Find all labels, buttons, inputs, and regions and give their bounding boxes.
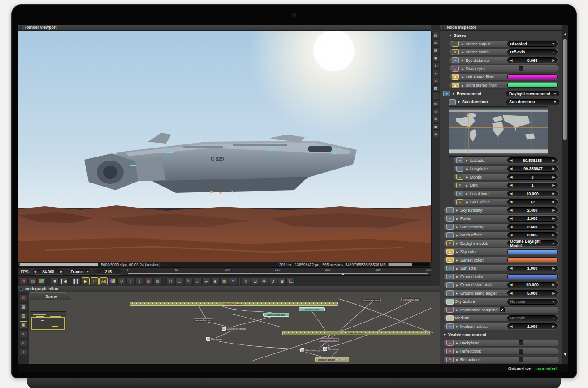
object-mode-icon[interactable]: ⊡: [251, 277, 259, 285]
lock-resolution-icon[interactable]: ⊓: [242, 277, 250, 285]
timeline-track[interactable]: [128, 273, 428, 274]
render-region-icon[interactable]: ▭: [175, 277, 183, 285]
node-untitled-mesh[interactable]: Untitled mesh: [130, 302, 338, 306]
panel-toggle-icon[interactable]: [20, 288, 23, 291]
render-passes-icon[interactable]: ▦: [220, 277, 228, 285]
render-priority-icon[interactable]: ▣: [144, 277, 152, 285]
backplate-checkbox[interactable]: [519, 340, 523, 345]
move-tool-icon[interactable]: ✚: [260, 277, 268, 285]
node-geometry-group[interactable]: Geometry group: [222, 327, 246, 331]
material-ball2-icon[interactable]: ◐: [20, 339, 27, 346]
sun-icon[interactable]: ☀: [432, 131, 439, 137]
node-assembly-abc[interactable]: assembly.abc: [194, 318, 213, 322]
fps-stepper[interactable]: ◀ 24.000 ▶: [32, 269, 65, 275]
ground-start-angle-slider[interactable]: ◀90.000▶: [507, 282, 558, 288]
nodegraph-minimap[interactable]: [30, 311, 66, 331]
left-stereo-filter-swatch[interactable]: [507, 74, 558, 79]
clock-icon[interactable]: ◔: [432, 93, 439, 99]
longitude-slider[interactable]: ◀-99.350647▶: [507, 166, 558, 172]
post-processing-icon[interactable]: ▼: [229, 277, 237, 285]
day-slider[interactable]: ◀1▶: [507, 183, 558, 188]
object-select-icon[interactable]: ◆: [211, 277, 219, 285]
clay-mode-icon[interactable]: ▩: [153, 277, 161, 285]
sun-intensity-slider[interactable]: ◀2.680▶: [507, 224, 558, 230]
scrollbar-thumb[interactable]: [563, 39, 567, 140]
ground-blend-angle-slider[interactable]: ◀5.000▶: [507, 290, 558, 296]
scroll-down-icon[interactable]: ▼: [562, 351, 568, 357]
environment-dropdown[interactable]: Daylight environment▼: [506, 91, 559, 96]
backdrop-icon[interactable]: ▣: [432, 123, 439, 130]
power-slider[interactable]: ◀1.000▶: [507, 216, 558, 222]
rotate-tool-icon[interactable]: ↺: [269, 277, 277, 285]
node-transform-abc[interactable]: transform.abc: [361, 299, 381, 302]
copy-render-icon[interactable]: ▱: [193, 277, 201, 285]
north-offset-slider[interactable]: ◀0.085▶: [507, 232, 558, 238]
node-terrain-abc[interactable]: terrain.abc: [299, 307, 325, 311]
sky-color-swatch[interactable]: [507, 249, 558, 254]
preview-cube-icon[interactable]: [38, 277, 46, 285]
blue-material-icon[interactable]: ■: [432, 116, 439, 122]
stereo-output-dropdown[interactable]: Disabled▼: [507, 41, 558, 47]
ground-color-swatch[interactable]: [507, 274, 558, 279]
skip-to-start-icon[interactable]: ▌◀: [60, 277, 68, 285]
node-transform-abc[interactable]: transform.abc: [319, 338, 339, 342]
sky-turbidity-slider[interactable]: ◀2.400▶: [507, 207, 558, 213]
copy-stack-icon[interactable]: ▤: [432, 32, 439, 38]
geometry-icon[interactable]: ◖: [432, 70, 439, 76]
image-icon[interactable]: ▦: [432, 47, 439, 53]
importance-sampling-checkbox[interactable]: ✓: [500, 307, 505, 312]
sun-direction-world-map[interactable]: [449, 106, 548, 157]
network-render-icon[interactable]: ▤: [29, 277, 37, 285]
node-tree-icon[interactable]: ▦: [20, 303, 27, 310]
reflections-checkbox[interactable]: [519, 349, 523, 354]
render-viewport-image[interactable]: C 829: [18, 31, 431, 262]
sun-size-slider[interactable]: ◀1.000▶: [507, 266, 558, 271]
sunset-color-swatch[interactable]: [507, 257, 558, 262]
nodegraph-canvas[interactable]: Untitled meshUntitled meshcargoship.abct…: [29, 292, 440, 364]
node-transform-abc[interactable]: transform.abc: [401, 298, 421, 301]
node-renamer[interactable]: Renamer: [323, 347, 339, 351]
right-stereo-filter-swatch[interactable]: [507, 83, 558, 88]
save-image-icon[interactable]: ↓: [126, 277, 134, 285]
medium-radius-slider[interactable]: ◀1.000▶: [507, 323, 558, 329]
checker-icon[interactable]: ▨: [432, 100, 439, 107]
color-wheel-icon[interactable]: [108, 277, 117, 285]
camera-icon[interactable]: ◉: [432, 55, 439, 61]
gmt-offset-slider[interactable]: ◀12▶: [507, 199, 558, 205]
disable-render-icon[interactable]: ✖: [20, 294, 27, 301]
swap-eyes-checkbox[interactable]: [519, 66, 523, 71]
axis-gizmo-icon[interactable]: [287, 277, 295, 285]
reload-scene-icon[interactable]: ↻: [117, 277, 125, 285]
restart-render-icon[interactable]: ✖: [20, 277, 28, 285]
fps-increment-icon[interactable]: ▶: [60, 270, 62, 274]
duplicate-icon[interactable]: ▥: [432, 39, 439, 46]
image-node-icon[interactable]: ▣: [20, 321, 27, 328]
local-time-slider[interactable]: ◀10.000▶: [507, 191, 558, 196]
sky-texture-node-dropdown[interactable]: No node▼: [507, 299, 558, 305]
scroll-up-icon[interactable]: ▲: [562, 31, 568, 37]
save-passes-icon[interactable]: ⇓: [135, 277, 143, 285]
tab-scene[interactable]: Scene: [30, 292, 72, 300]
panel-toggle-icon[interactable]: [20, 26, 23, 29]
texture-grid-icon[interactable]: ▩: [432, 85, 439, 92]
medium-node-dropdown[interactable]: No node▼: [507, 315, 558, 321]
sun-direction-dropdown[interactable]: Sun direction▼: [506, 99, 559, 105]
node-renamer[interactable]: Renamer: [206, 337, 222, 341]
material-ball-icon[interactable]: ●: [20, 330, 27, 337]
subsampling-icon[interactable]: Aa: [99, 277, 108, 285]
node-cargoship-abc[interactable]: cargoship.abc: [263, 313, 289, 317]
frame-field[interactable]: 215: [95, 269, 122, 275]
play-icon[interactable]: ▶: [82, 277, 90, 285]
paste-render-icon[interactable]: ▰: [202, 277, 210, 285]
realtime-display-icon[interactable]: ▢: [91, 277, 99, 285]
mesh-icon[interactable]: ◗: [432, 62, 439, 69]
refractions-checkbox[interactable]: [519, 357, 523, 362]
frame-dropdown[interactable]: Frame: ▼: [69, 269, 92, 275]
inspector-scrollbar[interactable]: ▲ ▼: [562, 25, 568, 364]
month-slider[interactable]: ◀3▶: [507, 174, 558, 180]
panel-toggle-icon[interactable]: [441, 26, 445, 29]
zoom-region-icon[interactable]: ◎: [166, 277, 174, 285]
eye-distance-slider[interactable]: ◀0.065▶: [507, 57, 558, 63]
material-icon[interactable]: ●: [432, 78, 439, 84]
latitude-slider[interactable]: ◀60.588238▶: [507, 157, 558, 163]
